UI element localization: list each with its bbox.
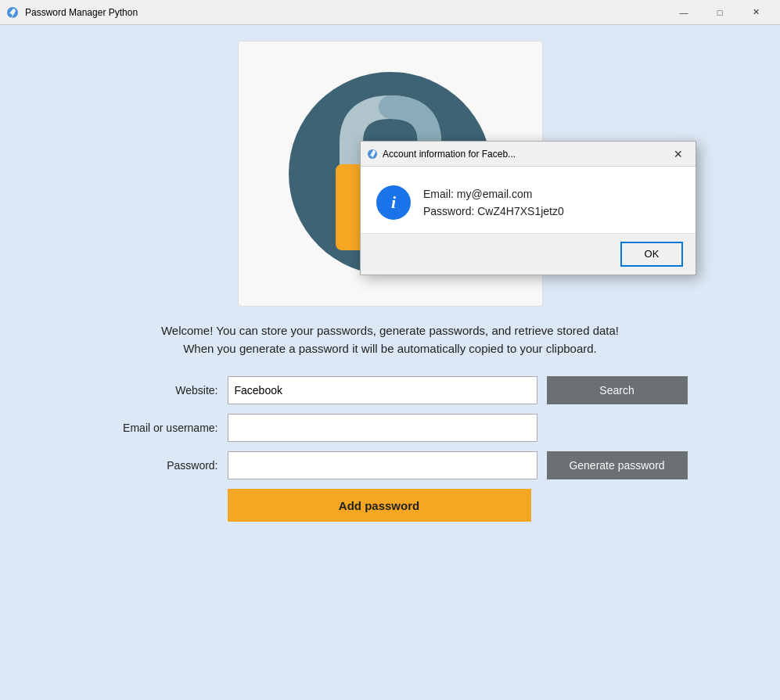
main-content: Welcome! You can store your passwords, g… <box>0 25 780 700</box>
modal-title: Account information for Faceb... <box>383 149 667 160</box>
window-controls: — □ ✕ <box>666 0 774 25</box>
modal-app-icon <box>367 149 378 160</box>
account-info-modal: Account information for Faceb... ✕ i Ema… <box>360 141 696 275</box>
titlebar: Password Manager Python — □ ✕ <box>0 0 780 25</box>
modal-email-line: Email: my@email.com <box>423 188 532 200</box>
close-button[interactable]: ✕ <box>738 0 774 25</box>
modal-password-line: Password: CwZ4H7XS1jetz0 <box>423 205 564 217</box>
minimize-button[interactable]: — <box>666 0 702 25</box>
modal-info-text: Email: my@email.com Password: CwZ4H7XS1j… <box>423 185 564 221</box>
window-title: Password Manager Python <box>25 7 666 18</box>
modal-close-button[interactable]: ✕ <box>667 143 689 165</box>
ok-button[interactable]: OK <box>620 242 683 267</box>
modal-titlebar: Account information for Faceb... ✕ <box>361 142 696 167</box>
app-icon <box>6 6 19 19</box>
modal-overlay: Account information for Faceb... ✕ i Ema… <box>0 25 780 700</box>
maximize-button[interactable]: □ <box>702 0 738 25</box>
info-icon: i <box>376 185 411 220</box>
modal-body: i Email: my@email.com Password: CwZ4H7XS… <box>361 167 696 233</box>
modal-footer: OK <box>361 233 696 275</box>
